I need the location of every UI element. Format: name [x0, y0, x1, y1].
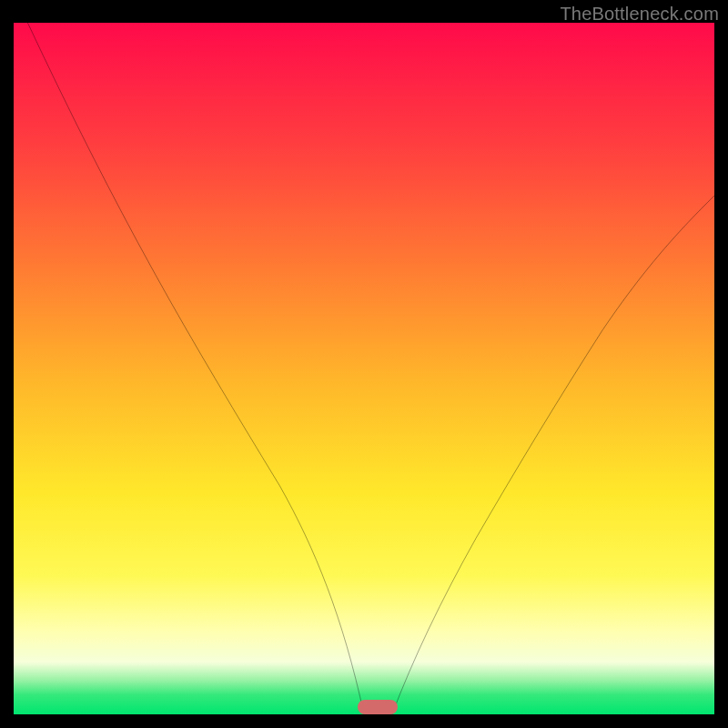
right-curve: [392, 196, 714, 714]
plot-area: [14, 23, 714, 714]
curves-svg: [14, 23, 714, 714]
watermark-text: TheBottleneck.com: [560, 4, 719, 25]
left-curve: [27, 23, 364, 714]
trough-marker: [358, 700, 398, 714]
chart-container: TheBottleneck.com: [0, 0, 728, 728]
